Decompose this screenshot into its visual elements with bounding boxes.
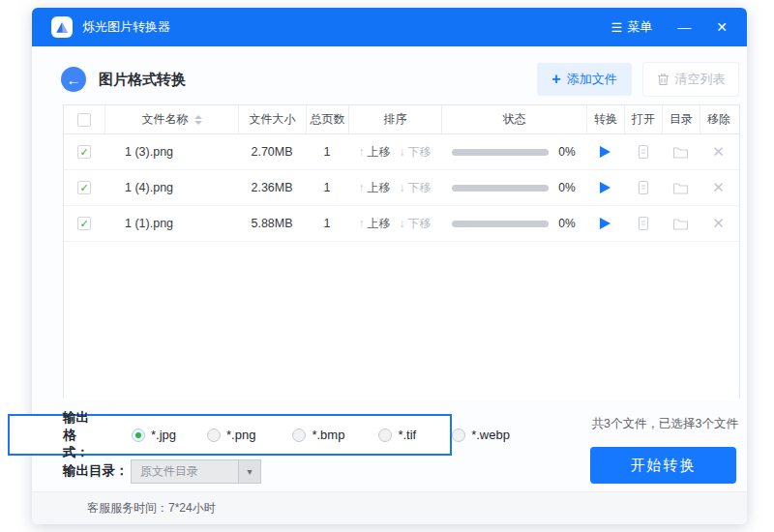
output-directory-row: 输出目录： 原文件目录 ▾	[63, 458, 261, 484]
trash-icon	[657, 73, 670, 86]
column-pages: 总页数	[306, 105, 348, 133]
column-open: 打开	[624, 105, 662, 133]
column-file-size: 文件大小	[238, 105, 306, 133]
row-checkbox[interactable]: ✓	[77, 145, 91, 159]
minimize-button[interactable]: —	[677, 19, 691, 35]
app-logo-icon	[51, 16, 73, 38]
arrow-down-icon: ↓	[400, 181, 405, 194]
table-row: ✓ 1 (4).png 2.36MB 1 ↑上移 ↓下移 0% ✕	[64, 170, 739, 206]
move-down-button[interactable]: ↓下移	[400, 144, 432, 161]
open-directory-button[interactable]	[662, 206, 700, 241]
arrow-up-icon: ↑	[359, 181, 365, 194]
progress-percent: 0%	[558, 145, 575, 159]
output-directory-select[interactable]: 原文件目录 ▾	[131, 459, 261, 484]
play-icon[interactable]	[600, 218, 610, 229]
file-size: 5.88MB	[238, 206, 306, 241]
desktop-background: 烁光图片转换器 ☰ 菜单 — ✕ ← 图片格式转换 + 添加文件	[0, 0, 774, 532]
output-directory-value: 原文件目录	[132, 460, 238, 483]
radio-4	[452, 429, 465, 442]
radio-option-webp[interactable]: *.webp	[452, 428, 510, 442]
move-down-button[interactable]: ↓下移	[400, 216, 432, 232]
column-sort: 排序	[348, 105, 441, 133]
hamburger-icon: ☰	[611, 20, 623, 35]
remove-file-button[interactable]: ✕	[712, 215, 725, 232]
column-status: 状态	[441, 105, 586, 133]
move-down-button[interactable]: ↓下移	[400, 180, 432, 196]
table-row: ✓ 1 (1).png 5.88MB 1 ↑上移 ↓下移 0% ✕	[64, 206, 739, 242]
add-files-button[interactable]: + 添加文件	[537, 63, 632, 96]
remove-file-button[interactable]: ✕	[712, 143, 725, 161]
page-count: 1	[306, 134, 348, 169]
radio-1	[207, 429, 221, 442]
file-table: 文件名称 文件大小 总页数 排序 状态 转换 打开 目录 移除 ✓ 1 (3).…	[63, 104, 740, 399]
progress-bar	[452, 185, 549, 192]
row-checkbox[interactable]: ✓	[77, 217, 91, 230]
page-header: ← 图片格式转换 + 添加文件 清空列表	[61, 62, 738, 97]
page-title: 图片格式转换	[99, 71, 186, 89]
column-file-name[interactable]: 文件名称	[104, 105, 238, 133]
arrow-up-icon: ↑	[359, 145, 365, 159]
header-checkbox-cell	[64, 105, 104, 133]
move-up-button[interactable]: ↑上移	[359, 216, 391, 232]
plus-icon: +	[551, 72, 560, 87]
clear-list-button[interactable]: 清空列表	[643, 63, 738, 96]
file-size: 2.36MB	[238, 170, 306, 205]
open-file-button[interactable]	[624, 134, 662, 169]
open-file-button[interactable]	[624, 206, 662, 241]
page-count: 1	[306, 206, 348, 241]
table-header-row: 文件名称 文件大小 总页数 排序 状态 转换 打开 目录 移除	[64, 105, 739, 134]
remove-file-button[interactable]: ✕	[712, 179, 725, 196]
column-remove: 移除	[700, 105, 737, 133]
progress-bar	[452, 149, 549, 156]
page-count: 1	[306, 170, 348, 205]
file-name: 1 (4).png	[104, 170, 238, 205]
table-row: ✓ 1 (3).png 2.70MB 1 ↑上移 ↓下移 0% ✕	[64, 134, 739, 170]
open-directory-button[interactable]	[662, 170, 700, 205]
play-icon[interactable]	[600, 146, 610, 158]
progress-bar	[452, 221, 549, 227]
progress-percent: 0%	[558, 217, 575, 230]
app-title: 烁光图片转换器	[82, 18, 170, 36]
play-icon[interactable]	[600, 182, 610, 193]
add-files-label: 添加文件	[567, 71, 617, 88]
radio-0	[132, 429, 145, 442]
clear-list-label: 清空列表	[675, 71, 726, 88]
chevron-down-icon: ▾	[238, 460, 260, 483]
file-count-summary: 共3个文件，已选择3个文件	[592, 416, 738, 432]
move-up-button[interactable]: ↑上移	[359, 144, 391, 161]
menu-label: 菜单	[627, 18, 652, 36]
move-up-button[interactable]: ↑上移	[359, 180, 391, 196]
back-button[interactable]: ←	[61, 67, 86, 92]
column-convert: 转换	[586, 105, 624, 133]
close-icon[interactable]: ✕	[716, 19, 728, 35]
start-convert-button[interactable]: 开始转换	[590, 447, 736, 484]
progress-percent: 0%	[558, 181, 575, 194]
file-size: 2.70MB	[238, 134, 306, 169]
arrow-down-icon: ↓	[400, 145, 405, 159]
file-name: 1 (1).png	[104, 206, 238, 241]
radio-option-bmp[interactable]: *.bmp	[292, 428, 344, 442]
file-name: 1 (3).png	[104, 134, 238, 169]
titlebar: 烁光图片转换器 ☰ 菜单 — ✕	[32, 8, 747, 46]
radio-option-tif[interactable]: *.tif	[378, 428, 416, 442]
output-directory-label: 输出目录：	[63, 462, 131, 480]
menu-button[interactable]: ☰ 菜单	[611, 18, 653, 36]
row-checkbox[interactable]: ✓	[77, 181, 91, 194]
radio-option-jpg[interactable]: *.jpg	[132, 428, 176, 442]
arrow-up-icon: ↑	[359, 217, 365, 230]
arrow-down-icon: ↓	[400, 217, 405, 230]
select-all-checkbox[interactable]	[77, 113, 91, 127]
open-directory-button[interactable]	[662, 134, 700, 169]
service-hours-text: 客服服务时间：7*24小时	[87, 500, 216, 517]
table-empty-area	[64, 242, 739, 399]
output-format-label: 输出格式：	[63, 409, 89, 461]
sort-caret-icon	[194, 115, 202, 125]
radio-2	[292, 429, 306, 442]
radio-3	[378, 429, 392, 442]
open-file-button[interactable]	[624, 170, 662, 205]
radio-option-png[interactable]: *.png	[207, 428, 255, 442]
window-footer: 客服服务时间：7*24小时	[32, 491, 747, 524]
output-format-box: 输出格式： *.jpg *.png *.bmp *.tif *.webp	[8, 414, 452, 456]
column-directory: 目录	[662, 105, 700, 133]
